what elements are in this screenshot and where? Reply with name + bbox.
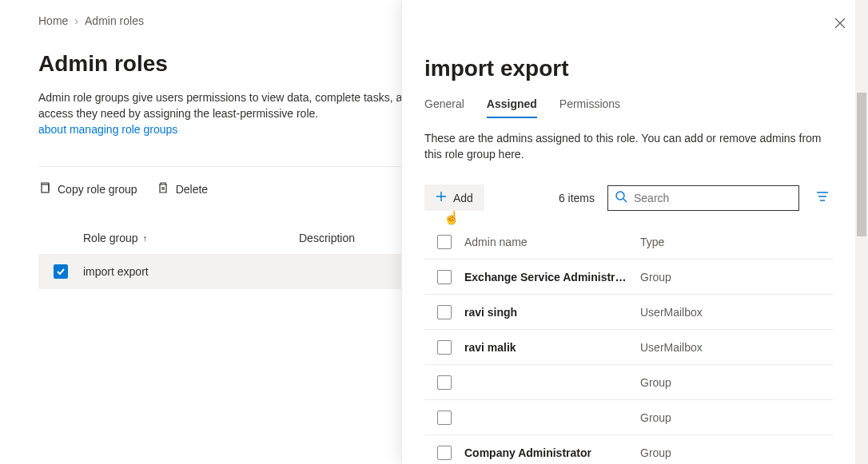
admin-table-header: Admin name Type [424, 235, 833, 260]
sort-ascending-icon: ↑ [143, 233, 148, 243]
admin-row[interactable]: Group [424, 400, 833, 435]
search-box[interactable] [607, 185, 799, 211]
copy-role-group-button[interactable]: Copy role group [38, 178, 137, 200]
delete-button[interactable]: Delete [157, 178, 208, 200]
search-input[interactable] [634, 192, 792, 204]
admin-type: UserMailbox [640, 341, 833, 354]
scrollbar-thumb[interactable] [857, 93, 866, 236]
row-checkbox[interactable] [437, 340, 452, 355]
admin-row[interactable]: Company AdministratorGroup [424, 435, 833, 464]
admin-type: Group [640, 271, 833, 284]
admin-name: Exchange Service Administrat... [464, 271, 640, 284]
admin-row[interactable]: Group [424, 365, 833, 400]
delete-label: Delete [176, 183, 208, 196]
copy-label: Copy role group [58, 183, 137, 196]
tab-permissions[interactable]: Permissions [559, 97, 620, 118]
svg-rect-0 [42, 184, 49, 192]
close-icon [834, 19, 846, 31]
add-label: Add [453, 192, 473, 204]
details-panel: import export General Assigned Permissio… [401, 0, 868, 464]
admin-name: ravi singh [464, 306, 640, 319]
row-checkbox[interactable] [437, 375, 452, 390]
close-button[interactable] [831, 14, 849, 34]
cursor-icon: ☝ [444, 210, 460, 225]
column-role-group[interactable]: Role group ↑ [83, 232, 299, 244]
scrollbar[interactable] [855, 0, 868, 464]
row-checkbox[interactable] [437, 305, 452, 319]
row-checkbox[interactable] [437, 410, 452, 425]
tab-assigned[interactable]: Assigned [487, 97, 537, 118]
panel-description: These are the admins assigned to this ro… [424, 130, 833, 162]
admin-type: Group [640, 446, 833, 459]
admin-type: Group [640, 376, 833, 389]
tab-general[interactable]: General [424, 97, 464, 118]
svg-point-1 [616, 192, 624, 200]
column-type[interactable]: Type [640, 236, 833, 248]
select-all-checkbox[interactable] [437, 235, 452, 249]
learn-more-link[interactable]: about managing role groups [38, 123, 177, 136]
add-button[interactable]: Add ☝ [424, 184, 484, 211]
admin-name: ravi malik [464, 341, 640, 354]
column-admin-name[interactable]: Admin name [464, 236, 640, 248]
admin-row[interactable]: ravi malikUserMailbox [424, 330, 833, 365]
admin-type: UserMailbox [640, 306, 833, 319]
search-icon [615, 190, 627, 205]
admin-row[interactable]: ravi singhUserMailbox [424, 295, 833, 330]
delete-icon [157, 181, 169, 196]
plus-icon [436, 191, 447, 204]
panel-title: import export [424, 56, 833, 81]
breadcrumb-home[interactable]: Home [38, 14, 68, 27]
filter-button[interactable] [812, 186, 833, 209]
copy-icon [38, 181, 51, 196]
breadcrumb-current: Admin roles [85, 14, 144, 27]
admin-type: Group [640, 411, 833, 424]
filter-icon [815, 194, 830, 206]
column-role-group-label: Role group [83, 232, 138, 244]
items-count: 6 items [559, 192, 595, 204]
admin-row[interactable]: Exchange Service Administrat...Group [424, 260, 833, 295]
row-rolegroup-name: import export [83, 265, 299, 278]
panel-tabs: General Assigned Permissions [424, 97, 833, 119]
row-checkbox[interactable] [54, 264, 68, 279]
admin-name: Company Administrator [464, 446, 640, 459]
row-checkbox[interactable] [437, 270, 452, 284]
chevron-right-icon: › [74, 14, 78, 27]
row-checkbox[interactable] [437, 446, 452, 460]
